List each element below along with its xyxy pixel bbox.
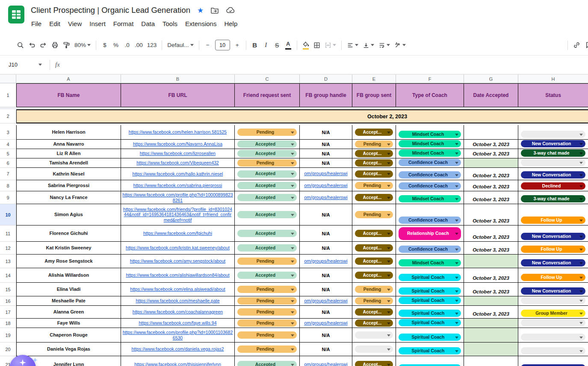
cell-fb-group-sent[interactable] [352,343,396,356]
cell-coach-type[interactable]: Mindset Coach [396,125,464,140]
dropdown-chip[interactable]: Relationship Coach [399,227,461,240]
dropdown-chip[interactable]: New Conversation [521,140,585,147]
dropdown-chip[interactable]: Confidence Coach [399,171,461,179]
cell-friend-request[interactable]: Pending [235,306,300,319]
cell-fb-url[interactable]: https://www.facebook.com/hallo.kathrin.n… [121,168,235,180]
search-icon[interactable] [15,39,26,52]
menu-tools[interactable]: Tools [159,19,181,29]
row-header[interactable]: 13 [0,255,16,268]
cell-date-accepted[interactable] [464,328,518,343]
cell-friend-request[interactable]: Pending [235,125,300,140]
fb-url-link[interactable]: https://www.facebook.com/coachalannagree… [133,309,223,315]
row-header[interactable]: 6 [0,158,16,168]
cell-fb-group-handle[interactable]: om/groups/healerswi [300,356,352,366]
cell-status[interactable]: New Conversation [518,168,588,180]
cell-fb-name[interactable]: Meshaelle Pate [16,296,121,306]
column-header-f[interactable]: F [396,75,464,83]
dropdown-chip[interactable]: Pending [237,159,297,167]
dropdown-chip[interactable]: Accept... [355,361,393,366]
cell-fb-group-handle[interactable]: N/A [300,306,352,319]
cell-status[interactable]: New Conversation [518,255,588,268]
format-percent-button[interactable]: % [110,39,121,52]
italic-button[interactable]: I [260,39,272,52]
dropdown-chip[interactable]: Follow Up [521,217,585,224]
dropdown-chip[interactable]: Accepted [237,170,297,178]
dropdown-chip[interactable]: Pending [355,286,393,293]
cell-status[interactable] [518,296,588,306]
cell-date-accepted[interactable]: October 3, 2023 [464,180,518,191]
dropdown-chip[interactable]: Declined [521,182,585,190]
fill-color-button[interactable] [300,39,311,52]
cell-friend-request[interactable]: Pending [235,296,300,306]
cell-date-accepted[interactable] [464,158,518,168]
select-all-corner[interactable] [0,75,16,83]
dropdown-chip[interactable]: Mindset Coach [399,259,461,266]
dropdown-chip[interactable]: Mindset Coach [399,149,461,157]
cell-fb-url[interactable]: https://www.facebook.com/thisisjenniferl… [121,356,235,366]
cell-fb-url[interactable]: https://www.facebook.com/meshaelle.pate [121,296,235,306]
cell-fb-url[interactable]: https://www.facebook.com/Vibequeen432 [121,158,235,168]
dropdown-chip[interactable]: Confidence Coach [399,182,461,190]
more-formats-button[interactable]: 123 [145,39,159,52]
cell-date-accepted[interactable]: October 3, 2023 [464,283,518,296]
cell-fb-url[interactable]: https://www.facebook.com/helen.harrison.… [121,125,235,140]
row-header[interactable]: 12 [0,242,16,255]
fb-group-link[interactable]: om/groups/healerswi [304,362,348,366]
cell-fb-group-handle[interactable]: N/A [300,149,352,158]
borders-button[interactable] [311,39,322,52]
cell-fb-name[interactable]: Elina Vladi [16,283,121,296]
cell-date-accepted[interactable]: October 3, 2023 [464,356,518,366]
cell-fb-url[interactable]: https://www.facebook.com/amy.sengstock/a… [121,255,235,268]
decrease-font-size-button[interactable]: − [202,39,213,52]
cell-fb-url[interactable]: https://www.facebook.com/profile.php?id=… [121,328,235,343]
cell-fb-group-sent[interactable] [352,328,396,343]
decrease-decimal-button[interactable]: .0 [121,39,133,52]
dropdown-chip[interactable]: Spiritual Coach [399,274,461,281]
column-header-c[interactable]: C [235,75,300,83]
cell-friend-request[interactable]: Pending [235,328,300,343]
row-header[interactable]: 1 [0,83,16,107]
dropdown-chip[interactable]: Spiritual Coach [399,297,461,304]
dropdown-chip[interactable]: Accepted [237,211,297,218]
cell-fb-url[interactable]: https://www.facebook.com/alishiawillards… [121,268,235,283]
dropdown-chip[interactable]: Spiritual Coach [399,287,461,295]
cell-fb-group-handle[interactable]: N/A [300,283,352,296]
dropdown-chip[interactable]: Confidence Coach [399,246,461,253]
cell-fb-name[interactable]: Anna Navarro [16,140,121,149]
cell-status[interactable] [518,328,588,343]
cell-coach-type[interactable]: Spiritual Coach [396,328,464,343]
cloud-saved-icon[interactable] [226,6,235,14]
cell-fb-group-handle[interactable]: N/A [300,225,352,242]
row-header[interactable]: 17 [0,306,16,319]
cell-status[interactable]: Group Member [518,306,588,319]
fb-url-link[interactable]: https://www.facebook.com/helen.harrison.… [129,129,227,135]
dropdown-chip[interactable]: Accept... [355,319,393,327]
cell-fb-name[interactable]: Florence Gichuhi [16,225,121,242]
cell-friend-request[interactable]: Pending [235,158,300,168]
dropdown-chip[interactable]: New Conversation [521,171,585,179]
cell-fb-url[interactable]: https://www.facebook.com/kristin.kat.swe… [121,242,235,255]
cell-date-accepted[interactable]: October 3, 2023 [464,225,518,242]
cell-date-accepted[interactable]: October 3, 2023 [464,306,518,319]
cell-fb-name[interactable]: Nancy La France [16,191,121,204]
cell-friend-request[interactable]: Accepted [235,168,300,180]
cell-date-accepted[interactable]: October 3, 2023 [464,140,518,149]
cell-fb-group-sent[interactable]: Pending [352,296,396,306]
fb-group-link[interactable]: om/groups/healerswi [304,171,348,176]
fb-url-link[interactable]: https://www.facebook.com/kristin.kat.swe… [126,245,230,251]
cell-coach-type[interactable]: Confidence Coach [396,158,464,168]
cell-friend-request[interactable]: Pending [235,255,300,268]
dropdown-chip[interactable]: Follow Up [521,274,585,281]
cell-fb-name[interactable]: Sabrina Piergrossi [16,180,121,191]
menu-help[interactable]: Help [220,19,241,29]
cell-date-accepted[interactable]: October 3, 2023 [464,268,518,283]
dropdown-chip[interactable]: Pending [237,258,297,265]
cell-fb-group-handle[interactable]: om/groups/healerswi [300,319,352,328]
fb-url-link[interactable]: https://www.facebook.com/hallo.kathrin.n… [133,171,223,177]
dropdown-chip[interactable]: Spiritual Coach [399,310,461,317]
dropdown-chip[interactable]: Pending [237,331,297,339]
cell-fb-group-sent[interactable]: Pending [352,283,396,296]
cell-fb-url[interactable]: https://www.facebook.com/daniela.vega.ro… [121,343,235,356]
row-header[interactable]: 4 [0,140,16,149]
cell-friend-request[interactable]: Accepted [235,149,300,158]
